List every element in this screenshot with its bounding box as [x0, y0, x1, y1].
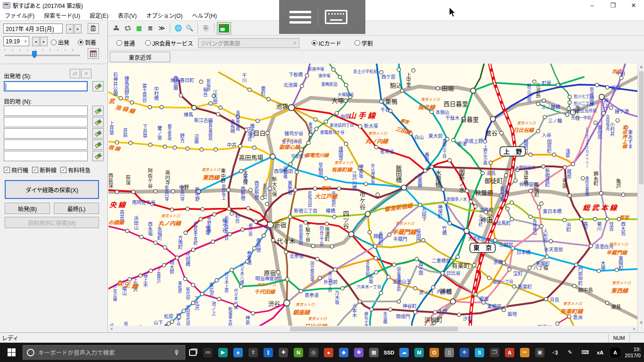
- station-京成上野[interactable]: [483, 140, 487, 143]
- station-永福町[interactable]: [163, 246, 167, 249]
- station-鷺ノ宮[interactable]: [163, 145, 167, 148]
- station-参宮橋[interactable]: [253, 247, 256, 250]
- station-浜町[interactable]: [562, 218, 566, 222]
- station-西新宿[interactable]: [247, 206, 250, 210]
- station-西早稲田[interactable]: [295, 170, 298, 174]
- station-馬喰横山[interactable]: [529, 215, 533, 219]
- station-茅場町[interactable]: [545, 255, 549, 259]
- station-青山一丁目[interactable]: [333, 268, 337, 272]
- station-江古田[interactable]: [219, 106, 223, 110]
- station-世田谷代田[interactable]: [191, 301, 195, 305]
- map-horizontal-scrollbar[interactable]: < >: [108, 326, 637, 332]
- station-下井草[interactable]: [149, 143, 152, 147]
- to-eraser-4[interactable]: [92, 140, 104, 150]
- station-半蔵門[interactable]: [388, 233, 391, 237]
- station-京橋[interactable]: [502, 261, 506, 265]
- to-eraser-1[interactable]: [92, 106, 104, 116]
- tray-icon[interactable]: A: [608, 346, 622, 360]
- arrive-radio[interactable]: 到着: [78, 38, 96, 46]
- station-清澄白河[interactable]: [589, 244, 593, 248]
- station-阿佐ケ谷[interactable]: [154, 189, 157, 193]
- to-eraser-5[interactable]: [92, 151, 104, 161]
- station-駒込[interactable]: [400, 89, 404, 93]
- station-大門[interactable]: [433, 311, 437, 314]
- station-新豊洲[interactable]: [556, 322, 560, 326]
- to-eraser-3[interactable]: [92, 128, 104, 139]
- map-image-button[interactable]: [217, 22, 231, 34]
- region-tab-button[interactable]: 東京近郊: [110, 52, 170, 62]
- station-桜上水[interactable]: [149, 269, 153, 273]
- station-四ツ谷[interactable]: [349, 231, 354, 237]
- station-豪徳寺[interactable]: [170, 320, 174, 324]
- station-南新宿[interactable]: [262, 234, 266, 238]
- tray-icon[interactable]: M: [412, 346, 426, 360]
- station-錦糸町[interactable]: [599, 191, 603, 195]
- station-新高円寺[interactable]: [170, 208, 174, 212]
- station-小伝馬町[interactable]: [510, 217, 514, 221]
- station-乃木坂[interactable]: [340, 287, 344, 290]
- station-亀戸[interactable]: [621, 193, 625, 197]
- station-秋葉原[interactable]: [500, 194, 504, 197]
- list-icon[interactable]: ≣: [145, 24, 156, 33]
- station-神保町[interactable]: [444, 200, 447, 204]
- station-曙橋[interactable]: [332, 215, 336, 219]
- station-表参道[interactable]: [299, 289, 303, 293]
- station-飯田橋[interactable]: [401, 185, 406, 190]
- station-有楽町[interactable]: [472, 263, 476, 267]
- tray-icon[interactable]: ᛒ: [261, 346, 275, 360]
- station-北参道[interactable]: [284, 250, 288, 254]
- station-神楽坂[interactable]: [364, 182, 368, 186]
- station-幡ケ谷[interactable]: [228, 232, 232, 236]
- station-中野[interactable]: [196, 189, 201, 194]
- rail-map[interactable]: 石神井公園練馬高野台富士見台中村橋練馬豊島園練馬春日町桜台新桜台江古田新江古田東…: [108, 64, 637, 326]
- station-赤土小学校前[interactable]: [380, 71, 383, 74]
- station-千駄ケ谷[interactable]: [311, 244, 315, 248]
- station-原宿[interactable]: [277, 271, 281, 274]
- swap-icon[interactable]: ⇄: [70, 69, 80, 78]
- tray-icon[interactable]: ❋: [352, 346, 366, 360]
- station-根津[interactable]: [452, 138, 455, 142]
- depart-radio[interactable]: 出発: [51, 38, 69, 46]
- station-新宿三丁目[interactable]: [289, 215, 292, 219]
- menu-item[interactable]: 表示(V): [113, 10, 141, 21]
- station-東あずま[interactable]: [624, 125, 628, 129]
- station-田原町[interactable]: [553, 153, 556, 156]
- station-芦花公園[interactable]: [118, 281, 122, 285]
- station-森下[interactable]: [579, 217, 583, 221]
- tray-icon[interactable]: ▣: [533, 346, 547, 360]
- station-中野坂上[interactable]: [227, 207, 231, 211]
- station-市ケ谷[interactable]: [365, 211, 371, 216]
- station-月島[interactable]: [545, 297, 548, 301]
- scroll-right-icon[interactable]: >: [631, 326, 637, 332]
- station-住吉[interactable]: [605, 217, 609, 221]
- station-要町[interactable]: [267, 98, 271, 101]
- station-下北沢[interactable]: [200, 292, 204, 296]
- station-人形町[interactable]: [540, 224, 544, 228]
- station-下落合[interactable]: [253, 146, 256, 149]
- menu-item[interactable]: 設定(E): [85, 10, 113, 21]
- station-練馬高野台[interactable]: [130, 101, 134, 105]
- tray-icon[interactable]: ▦: [367, 346, 381, 360]
- microphone-icon[interactable]: 🎙: [173, 349, 180, 356]
- station-湯島[interactable]: [481, 171, 485, 175]
- station-両国[interactable]: [568, 194, 571, 197]
- tray-icon[interactable]: ❐: [487, 346, 502, 360]
- task-view-icon[interactable]: [186, 346, 200, 360]
- station-石神井公園[interactable]: [119, 97, 123, 100]
- station-庚申塚[interactable]: [338, 75, 342, 79]
- tray-icon[interactable]: N: [291, 346, 305, 360]
- station-西ケ原[interactable]: [397, 68, 401, 72]
- station-豊島園[interactable]: [179, 94, 183, 98]
- station-荒川二丁目[interactable]: [568, 101, 571, 105]
- station-明大前[interactable]: [175, 256, 179, 260]
- station-新宿西口[interactable]: [265, 202, 269, 206]
- station-桜台[interactable]: [209, 102, 213, 106]
- station-代田橋[interactable]: [191, 248, 195, 252]
- station-春日[interactable]: [430, 165, 434, 169]
- checkbox-飛行機[interactable]: ✓飛行機: [4, 166, 28, 174]
- station-東日本橋[interactable]: [537, 206, 541, 209]
- station-梅ケ丘[interactable]: [182, 309, 186, 313]
- station-上井草[interactable]: [115, 140, 119, 144]
- station-新中野[interactable]: [201, 207, 205, 211]
- tray-icon[interactable]: SSD: [382, 346, 396, 360]
